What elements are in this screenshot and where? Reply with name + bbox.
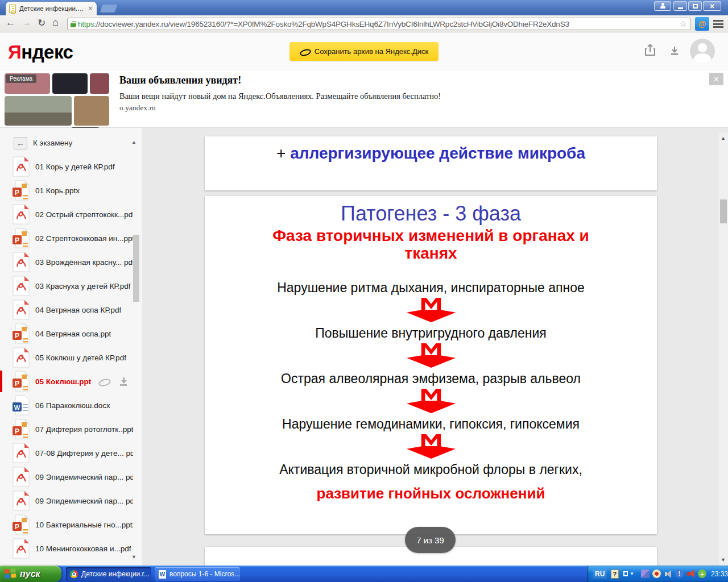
yandex-logo[interactable]: Яндекс: [8, 41, 73, 63]
update-tray-icon[interactable]: +: [698, 569, 706, 578]
file-name: 01 Корь.pptx: [35, 186, 80, 195]
ad-banner[interactable]: Реклама Ваши объявления увидят! Ваши вещ…: [0, 71, 728, 128]
document-viewer: + аллергизирующее действие микроба Патог…: [142, 128, 728, 566]
antivirus-tray-icon[interactable]: [652, 569, 661, 578]
doc-scroll-up-icon[interactable]: ▲: [721, 135, 726, 141]
svg-text:P: P: [15, 380, 19, 388]
file-item[interactable]: 05 Коклюш у детей КР.pdf: [0, 346, 142, 369]
slide-title: Патогенез - 3 фаза: [205, 202, 657, 226]
start-button[interactable]: пуск: [0, 566, 61, 582]
down-arrow-icon: [405, 434, 457, 459]
keyboard-layout-icon[interactable]: ?: [611, 569, 618, 579]
pdf-file-icon: [13, 204, 30, 225]
pdf-file-icon: [13, 490, 30, 511]
profile-button[interactable]: [654, 1, 671, 11]
file-item[interactable]: 07-08 Дифтерия у дете... pdf: [0, 441, 142, 465]
slide-step-text: Нарушение гемодинамики, гипоксия, гипокс…: [282, 417, 580, 431]
volume-tray-icon[interactable]: [664, 569, 672, 578]
maximize-button[interactable]: [688, 1, 702, 11]
back-icon[interactable]: ←: [6, 17, 15, 28]
ad-link[interactable]: o.yandex.ru: [119, 103, 156, 113]
file-item[interactable]: 03 Краснуха у детей КР.pdf: [0, 274, 142, 298]
file-item[interactable]: P04 Ветряная оспа.ppt: [0, 322, 142, 346]
tray-window-icon[interactable]: [623, 571, 628, 576]
browser-menu-icon[interactable]: [713, 20, 723, 28]
file-item[interactable]: 04 Ветряная оспа КР.pdf: [0, 298, 142, 322]
taskbar-button-chrome[interactable]: Детские инфекции.r...: [66, 567, 151, 581]
folder-title[interactable]: К экзамену: [33, 139, 72, 147]
bookmark-star-icon[interactable]: ☆: [680, 19, 687, 29]
file-name: 09 Эпидемический пар... pdf: [35, 473, 133, 481]
file-name: 03 Врождённая красну... pdf: [35, 258, 133, 267]
tab-close-icon[interactable]: ✕: [88, 5, 93, 12]
slide-step-text: Острая алвеолярная эмфизема, разрыв альв…: [281, 371, 581, 386]
file-item[interactable]: 02 Острый стрептококк...pdf: [0, 202, 142, 226]
ppt-file-icon: P: [13, 371, 30, 392]
file-item[interactable]: P10 Бактериальные гно...pptx: [0, 513, 142, 537]
system-tray: RU ? ▼ ! + 23:33: [587, 566, 728, 582]
file-item[interactable]: P02 Стрептококковая ин...ppt: [0, 226, 142, 250]
taskbar-button-word[interactable]: W вопросы 1-6 - Micros...: [155, 567, 240, 581]
file-item[interactable]: P01 Корь.pptx: [0, 178, 142, 202]
sidebar-scroll-up-icon[interactable]: ▲: [131, 139, 136, 145]
ppt-file-icon: P: [13, 180, 30, 201]
download-icon[interactable]: [670, 46, 679, 55]
reload-icon[interactable]: ↻: [38, 17, 46, 29]
file-item[interactable]: 01 Корь у детей КР.pdf: [0, 155, 142, 178]
file-name: 02 Стрептококковая ин...ppt: [35, 234, 133, 243]
file-name: 10 Менингококковая и...pdf: [35, 544, 131, 553]
forward-icon[interactable]: →: [22, 17, 31, 28]
address-bar[interactable]: https://docviewer.yandex.ru/view/1965231…: [67, 18, 690, 30]
document-scrollbar[interactable]: ▲ ▼: [719, 132, 728, 566]
file-sidebar: ← К экзамену 01 Корь у детей КР.pdfP01 К…: [0, 128, 142, 566]
svg-text:P: P: [15, 523, 19, 531]
minimize-button[interactable]: [673, 1, 687, 11]
file-download-icon[interactable]: [119, 377, 127, 386]
sound-horn-tray-icon[interactable]: [686, 569, 695, 578]
file-item[interactable]: 10 Менингококковая и...pdf: [0, 537, 142, 560]
word-icon: W: [159, 570, 166, 579]
close-button[interactable]: ×: [703, 1, 721, 11]
home-icon[interactable]: ⌂: [52, 16, 59, 28]
ad-close-icon[interactable]: ✕: [709, 73, 723, 85]
file-name: 07-08 Дифтерия у дете... pdf: [35, 449, 133, 458]
browser-tab[interactable]: Детские инфекции.rar ✕: [6, 2, 97, 15]
screen: Детские инфекции.rar ✕ × ← → ↻ ⌂ https:/…: [0, 0, 728, 582]
doc-scrollbar-thumb[interactable]: [720, 199, 727, 223]
file-item[interactable]: W06 Паракоклюш.docx: [0, 393, 142, 417]
network-tray-icon[interactable]: [641, 569, 650, 578]
chrome-icon: [70, 570, 78, 578]
pdf-file-icon: [13, 443, 30, 463]
browser-titlebar: Детские инфекции.rar ✕ ×: [0, 0, 728, 15]
file-name: 05 Коклюш у детей КР.pdf: [35, 354, 126, 362]
back-to-folder-button[interactable]: ←: [14, 137, 27, 149]
sidebar-scroll-down-icon[interactable]: ▼: [131, 554, 136, 560]
new-tab-button[interactable]: [100, 5, 118, 13]
tab-title: Детские инфекции.rar: [19, 5, 84, 12]
file-item[interactable]: 09 Эпидемический пар... pdf: [0, 489, 142, 513]
pdf-file-icon: [13, 156, 30, 177]
slide-step-text: Нарушение ритма дыхания, инспираторные а…: [277, 280, 585, 295]
yandex-header: Яндекс Сохранить архив на Яндекс.Диск: [0, 32, 728, 71]
avatar[interactable]: [690, 39, 715, 64]
tray-expand-icon[interactable]: ▼: [630, 571, 634, 576]
file-item[interactable]: P07 Дифтерия ротоглотк..ppt: [0, 417, 142, 441]
extension-icon[interactable]: @: [695, 17, 709, 31]
zip-favicon-icon: [9, 5, 16, 13]
save-to-disk-button[interactable]: Сохранить архив на Яндекс.Диск: [289, 42, 439, 61]
down-arrow-icon: [405, 389, 457, 414]
doc-scroll-down-icon[interactable]: ▼: [721, 557, 726, 563]
file-item[interactable]: 03 Врождённая красну... pdf: [0, 250, 142, 274]
messenger-tray-icon[interactable]: !: [675, 569, 684, 578]
file-item[interactable]: P05 Коклюш.ppt: [0, 369, 142, 393]
url-text[interactable]: https://docviewer.yandex.ru/view/1965231…: [78, 20, 677, 28]
taskbar: пуск Детские инфекции.r... W вопросы 1-6…: [0, 566, 728, 582]
file-item[interactable]: 09 Эпидемический пар... pdf: [0, 465, 142, 489]
save-to-disk-icon[interactable]: [98, 377, 110, 385]
sidebar-scrollbar-thumb[interactable]: [133, 235, 139, 302]
pdf-file-icon: [13, 276, 30, 296]
file-name: 07 Дифтерия ротоглотк..ppt: [35, 425, 133, 434]
share-icon[interactable]: [644, 44, 656, 56]
ad-title[interactable]: Ваши объявления увидят!: [119, 74, 241, 86]
language-indicator[interactable]: RU: [593, 569, 607, 579]
